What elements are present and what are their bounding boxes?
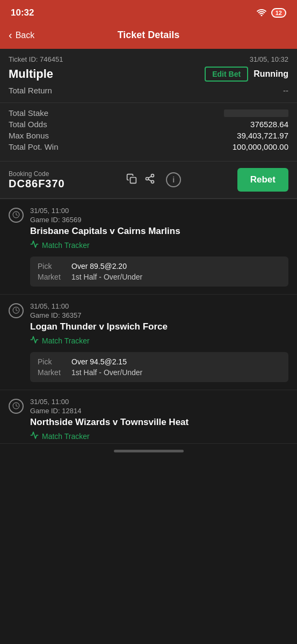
stats-section: Total Stake Total Odds 376528.64 Max Bon… (0, 103, 297, 162)
pick-row: Pick Over 94.5@2.15 (38, 357, 281, 366)
running-badge: Running (253, 69, 288, 79)
pick-market-box: Pick Over 89.5@2.20 Market 1st Half - Ov… (30, 257, 288, 287)
game-id-label: Game ID: (30, 216, 60, 224)
total-return-label: Total Return (9, 86, 52, 95)
ticket-id-label: Ticket ID: (9, 55, 38, 63)
booking-icons: i (126, 172, 181, 187)
market-row: Market 1st Half - Over/Under (38, 368, 281, 377)
clock-icon (12, 211, 20, 220)
match-header: 31/05, 11:00 Game ID: 36569 Brisbane Cap… (0, 199, 297, 252)
match-item: 31/05, 11:00 Game ID: 36569 Brisbane Cap… (0, 199, 297, 295)
rebet-button[interactable]: Rebet (237, 168, 288, 192)
match-item: 31/05, 11:00 Game ID: 36357 Logan Thunde… (0, 295, 297, 390)
match-header: 31/05, 11:00 Game ID: 36357 Logan Thunde… (0, 295, 297, 348)
booking-section: Booking Code DC86F370 i Rebet (0, 162, 297, 199)
match-tracker-link[interactable]: Match Tracker (30, 335, 288, 346)
game-id-value: 36357 (62, 311, 81, 319)
header-title: Ticket Details (118, 30, 180, 41)
ticket-actions: Edit Bet Running (205, 67, 288, 82)
match-header: 31/05, 11:00 Game ID: 12814 Northside Wi… (0, 390, 297, 443)
match-datetime: 31/05, 11:00 (30, 207, 288, 215)
clock-icon-wrapper (9, 208, 24, 223)
status-time: 10:32 (11, 8, 34, 18)
chart-icon (30, 335, 39, 346)
market-label: Market (38, 273, 67, 281)
svg-line-4 (148, 179, 151, 181)
status-icons: 12 (256, 8, 286, 18)
game-id-label: Game ID: (30, 407, 60, 415)
ticket-meta-row: Ticket ID: 746451 31/05, 10:32 (9, 55, 288, 63)
match-info: 31/05, 11:00 Game ID: 36357 Logan Thunde… (30, 302, 288, 346)
match-tracker-label: Match Tracker (42, 241, 90, 250)
wifi-icon (256, 9, 267, 18)
bottom-bar (0, 444, 297, 462)
home-indicator (114, 450, 184, 452)
total-pot-win-label: Total Pot. Win (9, 142, 59, 151)
total-odds-row: Total Odds 376528.64 (9, 120, 288, 129)
clock-icon-wrapper (9, 399, 24, 414)
total-pot-win-value: 100,000,000.00 (233, 142, 288, 151)
pick-label: Pick (38, 357, 67, 366)
total-odds-label: Total Odds (9, 120, 47, 129)
match-teams: Northside Wizards v Townsville Heat (30, 417, 288, 428)
back-label: Back (16, 31, 35, 40)
game-id-label: Game ID: (30, 311, 60, 319)
clock-icon-wrapper (9, 303, 24, 318)
info-button[interactable]: i (166, 172, 181, 187)
clock-icon (12, 402, 20, 411)
match-datetime: 31/05, 11:00 (30, 398, 288, 406)
matches-section: 31/05, 11:00 Game ID: 36569 Brisbane Cap… (0, 199, 297, 444)
market-row: Market 1st Half - Over/Under (38, 273, 281, 281)
market-value: 1st Half - Over/Under (71, 273, 142, 281)
total-stake-row: Total Stake (9, 108, 288, 118)
match-teams: Brisbane Capitals v Cairns Marlins (30, 226, 288, 237)
total-stake-label: Total Stake (9, 108, 48, 118)
total-pot-win-row: Total Pot. Win 100,000,000.00 (9, 142, 288, 151)
svg-rect-0 (131, 177, 136, 183)
pick-value: Over 89.5@2.20 (71, 262, 127, 270)
chart-icon (30, 431, 39, 441)
total-odds-value: 376528.64 (250, 120, 288, 129)
market-value: 1st Half - Over/Under (71, 368, 142, 377)
notification-badge: 12 (271, 8, 286, 18)
clock-icon (12, 306, 20, 316)
pick-row: Pick Over 89.5@2.20 (38, 262, 281, 270)
total-return-value: -- (283, 86, 288, 95)
share-button[interactable] (144, 173, 155, 187)
booking-code-value: DC86F370 (9, 178, 65, 190)
match-game-id: Game ID: 36357 (30, 311, 288, 319)
match-tracker-label: Match Tracker (42, 336, 90, 345)
match-datetime: 31/05, 11:00 (30, 302, 288, 310)
back-chevron-icon: ‹ (9, 29, 12, 41)
match-item: 31/05, 11:00 Game ID: 12814 Northside Wi… (0, 390, 297, 444)
copy-button[interactable] (126, 173, 137, 187)
ticket-id-value: 746451 (40, 55, 63, 63)
match-tracker-link[interactable]: Match Tracker (30, 431, 288, 441)
total-stake-value (224, 109, 288, 117)
game-id-value: 12814 (62, 407, 81, 415)
pick-value: Over 94.5@2.15 (71, 357, 127, 366)
ticket-type-row: Multiple Edit Bet Running (9, 67, 288, 82)
pick-market-box: Pick Over 94.5@2.15 Market 1st Half - Ov… (30, 352, 288, 382)
ticket-type: Multiple (9, 67, 53, 81)
match-info: 31/05, 11:00 Game ID: 12814 Northside Wi… (30, 398, 288, 441)
status-bar: 10:32 12 (0, 0, 297, 24)
ticket-date: 31/05, 10:32 (250, 55, 288, 63)
match-info: 31/05, 11:00 Game ID: 36569 Brisbane Cap… (30, 207, 288, 250)
game-id-value: 36569 (62, 216, 81, 224)
max-bonus-value: 39,403,721.97 (237, 131, 288, 140)
pick-label: Pick (38, 262, 67, 270)
booking-code-area: Booking Code DC86F370 (9, 170, 65, 190)
ticket-info-section: Ticket ID: 746451 31/05, 10:32 Multiple … (0, 49, 297, 103)
max-bonus-row: Max Bonus 39,403,721.97 (9, 131, 288, 140)
back-button[interactable]: ‹ Back (9, 29, 34, 41)
match-teams: Logan Thunder v Ipswich Force (30, 321, 288, 332)
booking-label: Booking Code (9, 170, 65, 178)
svg-line-5 (148, 176, 151, 178)
edit-bet-button[interactable]: Edit Bet (205, 67, 248, 82)
match-game-id: Game ID: 12814 (30, 407, 288, 415)
match-game-id: Game ID: 36569 (30, 216, 288, 224)
match-tracker-link[interactable]: Match Tracker (30, 240, 288, 250)
chart-icon (30, 240, 39, 250)
match-tracker-label: Match Tracker (42, 432, 90, 441)
